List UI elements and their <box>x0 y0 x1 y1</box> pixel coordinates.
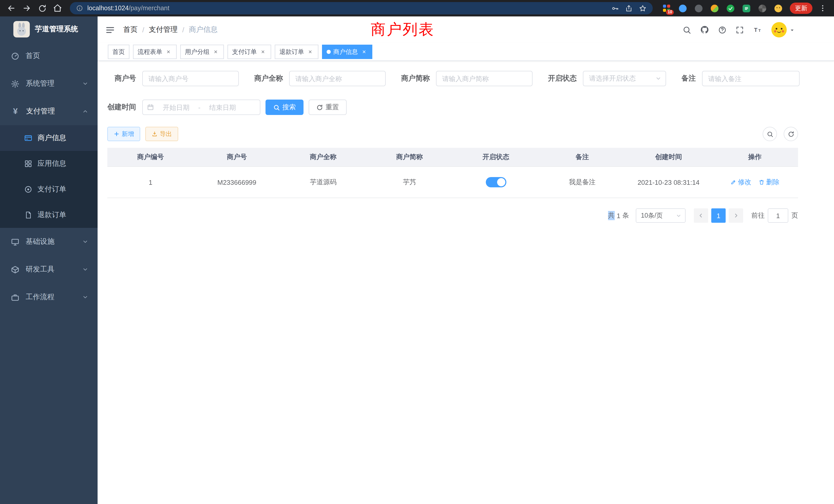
tab-refund-order[interactable]: 退款订单 × <box>275 45 319 59</box>
refresh-icon <box>316 104 323 111</box>
tab-process-form[interactable]: 流程表单 × <box>133 45 177 59</box>
cell-merchant-no: M233666999 <box>194 166 280 198</box>
top-navbar: 首页 / 支付管理 / 商户信息 <box>97 17 834 43</box>
svg-text:T: T <box>754 27 758 33</box>
hamburger-menu-icon[interactable] <box>105 25 115 35</box>
tab-home[interactable]: 首页 <box>108 45 129 59</box>
arrow-right-icon <box>22 4 31 13</box>
user-avatar[interactable] <box>771 22 787 38</box>
sidebar-item-pay-order[interactable]: 支付订单 <box>0 177 97 202</box>
smiley-icon <box>774 4 782 12</box>
chevron-down-icon <box>655 75 661 82</box>
extension-dark-icon[interactable] <box>692 2 705 15</box>
reload-button[interactable] <box>35 1 49 16</box>
chevron-down-icon <box>82 81 88 87</box>
fullscreen-icon[interactable] <box>736 25 744 34</box>
chevron-down-icon <box>82 266 88 273</box>
date-end-input[interactable] <box>203 103 243 112</box>
site-info-icon[interactable] <box>76 5 83 12</box>
search-icon <box>273 104 280 111</box>
tab-merchant-info[interactable]: 商户信息 × <box>322 45 372 59</box>
close-icon[interactable]: × <box>307 48 314 55</box>
bookmark-star-icon[interactable] <box>639 4 646 12</box>
extension-notes-icon[interactable] <box>740 2 753 15</box>
sidebar-item-payment[interactable]: ¥ 支付管理 <box>0 97 97 125</box>
next-page-button[interactable] <box>729 208 743 223</box>
help-icon[interactable] <box>718 25 727 34</box>
share-icon[interactable] <box>625 4 633 12</box>
browser-menu-button[interactable] <box>815 1 830 16</box>
dashboard-icon <box>11 51 20 60</box>
breadcrumb-home[interactable]: 首页 <box>123 25 138 35</box>
home-button[interactable] <box>50 1 65 16</box>
total-count: 1 <box>617 212 620 220</box>
app-logo[interactable]: 芋道管理系统 <box>0 17 97 42</box>
back-button[interactable] <box>4 1 19 16</box>
add-button[interactable]: 新增 <box>107 127 140 141</box>
export-button[interactable]: 导出 <box>145 127 178 141</box>
close-icon[interactable]: × <box>259 48 266 55</box>
sidebar-item-refund-order[interactable]: 退款订单 <box>0 202 97 228</box>
reset-button-label: 重置 <box>326 102 339 112</box>
merchant-table: 商户编号 商户号 商户全称 商户简称 开启状态 备注 创建时间 操作 1 <box>107 148 798 198</box>
close-icon[interactable]: × <box>212 48 219 55</box>
total-unit: 条 <box>622 211 629 220</box>
caret-down-icon[interactable] <box>789 27 795 32</box>
tab-user-group[interactable]: 用户分组 × <box>180 45 224 59</box>
col-merchant-no: 商户号 <box>194 148 280 166</box>
toggle-search-button[interactable] <box>763 127 777 141</box>
extension-pinwheel-icon[interactable] <box>755 2 769 15</box>
header-search-icon[interactable] <box>682 25 691 34</box>
goto-page-input[interactable] <box>768 208 788 223</box>
remark-input[interactable] <box>702 71 799 86</box>
browser-update-button[interactable]: 更新 <box>790 3 812 14</box>
extension-grid-icon[interactable]: 10 <box>660 2 673 15</box>
add-button-label: 新增 <box>122 130 134 138</box>
close-icon[interactable]: × <box>360 48 368 55</box>
sidebar-item-infrastructure[interactable]: 基础设施 <box>0 228 97 256</box>
address-bar[interactable]: localhost:1024/pay/merchant <box>70 2 653 14</box>
sidebar-item-merchant-info[interactable]: 商户信息 <box>0 125 97 151</box>
annotation-merchant-list: 商户列表 <box>371 20 435 40</box>
merchant-name-input[interactable] <box>289 71 386 86</box>
merchant-no-input[interactable] <box>142 71 239 86</box>
menu-label: 首页 <box>26 51 40 61</box>
date-separator: - <box>198 104 200 111</box>
tab-pay-order[interactable]: 支付订单 × <box>227 45 271 59</box>
breadcrumb-payment[interactable]: 支付管理 <box>149 25 178 35</box>
font-size-icon[interactable]: TT <box>753 25 763 34</box>
delete-button[interactable]: 删除 <box>759 178 780 187</box>
forward-button[interactable] <box>20 1 34 16</box>
sidebar-item-workflow[interactable]: 工作流程 <box>0 283 97 311</box>
close-icon[interactable]: × <box>165 48 172 55</box>
url-path: /pay/merchant <box>129 5 169 12</box>
extension-avatar-icon[interactable] <box>708 2 721 15</box>
github-icon[interactable] <box>700 25 709 35</box>
status-select[interactable]: 请选择开启状态 <box>583 71 666 86</box>
tab-label: 支付订单 <box>232 47 257 56</box>
edit-button[interactable]: 修改 <box>730 178 751 187</box>
sidebar-item-app-info[interactable]: 应用信息 <box>0 151 97 177</box>
extension-drop-icon[interactable] <box>676 2 689 15</box>
cube-icon <box>11 265 20 274</box>
date-range-picker[interactable]: - <box>142 99 260 115</box>
search-button[interactable]: 搜索 <box>265 99 304 115</box>
sidebar-item-devtools[interactable]: 研发工具 <box>0 256 97 283</box>
refresh-table-button[interactable] <box>784 127 798 141</box>
sidebar-item-system[interactable]: 系统管理 <box>0 70 97 97</box>
circle-icon <box>695 4 702 12</box>
page-number-current[interactable]: 1 <box>711 208 726 223</box>
extension-check-icon[interactable] <box>724 2 737 15</box>
extension-profile-icon[interactable] <box>771 2 785 15</box>
filter-label-create-time: 创建时间 <box>107 102 142 112</box>
prev-page-button[interactable] <box>694 208 708 223</box>
merchant-short-input[interactable] <box>436 71 532 86</box>
sidebar-item-home[interactable]: 首页 <box>0 42 97 70</box>
date-start-input[interactable] <box>156 103 196 112</box>
page-size-select[interactable]: 10条/页 <box>636 208 686 223</box>
status-toggle[interactable] <box>486 177 506 187</box>
password-key-icon[interactable] <box>611 4 619 12</box>
reset-button[interactable]: 重置 <box>309 99 347 115</box>
table-row: 1 M233666999 芋道源码 芋艿 我是备注 2021-10-23 08:… <box>107 166 798 198</box>
grid-table-icon <box>24 160 32 168</box>
